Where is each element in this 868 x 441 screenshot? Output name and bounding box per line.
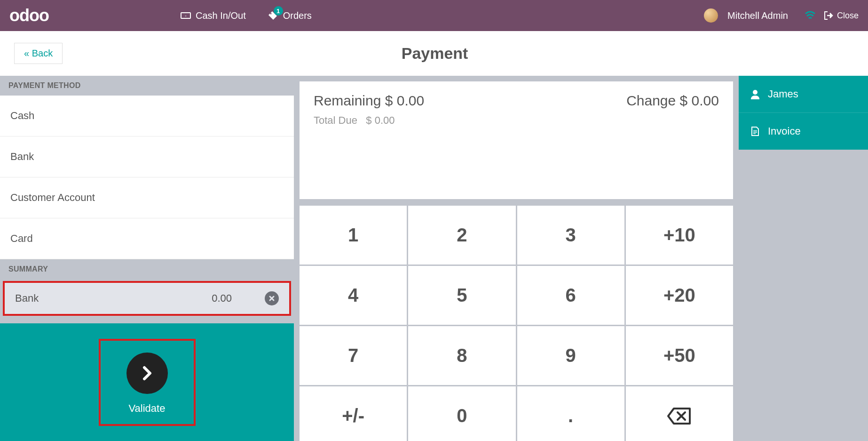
numpad-9[interactable]: 9 xyxy=(517,326,624,385)
numpad-5[interactable]: 5 xyxy=(408,266,515,325)
orders-badge: 1 xyxy=(274,6,283,16)
backspace-icon xyxy=(666,407,693,425)
numpad: 1 2 3 +10 4 5 6 +20 7 8 9 +50 +/- 0 . xyxy=(300,206,733,441)
total-due-value: $ 0.00 xyxy=(366,114,395,126)
summary-line[interactable]: Bank 0.00 xyxy=(3,281,291,316)
customer-button[interactable]: James xyxy=(739,76,868,112)
orders-label: Orders xyxy=(283,10,312,21)
numpad-8[interactable]: 8 xyxy=(408,326,515,385)
numpad-0[interactable]: 0 xyxy=(408,386,515,441)
validate-label: Validate xyxy=(129,402,166,415)
remaining-label: Remaining xyxy=(314,93,381,108)
svg-point-1 xyxy=(753,90,758,95)
validate-button[interactable]: Validate xyxy=(99,339,196,426)
tag-icon: 1 xyxy=(267,10,278,21)
numpad-6[interactable]: 6 xyxy=(517,266,624,325)
payment-info-card: Remaining $ 0.00 Change $ 0.00 Total Due… xyxy=(300,81,733,199)
center-panel: Remaining $ 0.00 Change $ 0.00 Total Due… xyxy=(294,76,739,441)
left-panel: PAYMENT METHOD Cash Bank Customer Accoun… xyxy=(0,76,294,441)
sign-out-icon xyxy=(823,10,833,21)
close-icon xyxy=(268,295,275,302)
payment-method-customer-account[interactable]: Customer Account xyxy=(0,177,294,218)
page-title: Payment xyxy=(16,44,854,63)
close-button[interactable]: Close xyxy=(823,10,859,21)
change-value: $ 0.00 xyxy=(680,93,719,108)
validate-area: Validate xyxy=(0,323,294,441)
payment-method-bank[interactable]: Bank xyxy=(0,136,294,177)
numpad-dot[interactable]: . xyxy=(517,386,624,441)
change-label: Change xyxy=(626,93,676,108)
numpad-1[interactable]: 1 xyxy=(300,206,407,265)
document-icon xyxy=(750,126,760,136)
cash-icon xyxy=(181,12,191,19)
payment-method-label: PAYMENT METHOD xyxy=(0,76,294,96)
payment-method-list: Cash Bank Customer Account Card xyxy=(0,96,294,259)
header: « Back Payment xyxy=(0,31,868,76)
summary-line-name: Bank xyxy=(15,292,212,305)
total-due-group: Total Due $ 0.00 xyxy=(314,114,719,127)
numpad-2[interactable]: 2 xyxy=(408,206,515,265)
summary-label: SUMMARY xyxy=(0,259,294,279)
numpad-plusminus[interactable]: +/- xyxy=(300,386,407,441)
numpad-plus50[interactable]: +50 xyxy=(626,326,733,385)
numpad-plus20[interactable]: +20 xyxy=(626,266,733,325)
logo: odoo xyxy=(9,6,49,25)
change-group: Change $ 0.00 xyxy=(626,93,719,109)
remaining-value: $ 0.00 xyxy=(385,93,424,108)
right-panel: James Invoice xyxy=(739,76,868,441)
user-icon xyxy=(750,89,760,99)
user-menu[interactable]: Mitchell Admin xyxy=(704,8,788,23)
invoice-label: Invoice xyxy=(768,125,801,137)
total-due-label: Total Due xyxy=(314,114,357,126)
wifi-icon xyxy=(805,11,816,20)
cash-label: Cash In/Out xyxy=(196,10,246,21)
close-label: Close xyxy=(837,11,859,21)
summary-line-amount: 0.00 xyxy=(212,292,232,305)
numpad-plus10[interactable]: +10 xyxy=(626,206,733,265)
payment-method-cash[interactable]: Cash xyxy=(0,96,294,136)
remaining-group: Remaining $ 0.00 xyxy=(314,93,424,109)
invoice-button[interactable]: Invoice xyxy=(739,112,868,150)
delete-line-button[interactable] xyxy=(265,291,279,305)
numpad-3[interactable]: 3 xyxy=(517,206,624,265)
validate-circle xyxy=(126,353,168,394)
topbar: odoo Cash In/Out 1 Orders Mitchell Admin xyxy=(0,0,868,31)
payment-method-card[interactable]: Card xyxy=(0,218,294,259)
chevron-right-icon xyxy=(140,366,155,381)
svg-point-0 xyxy=(270,13,271,15)
customer-name: James xyxy=(768,88,798,100)
numpad-4[interactable]: 4 xyxy=(300,266,407,325)
cash-in-out-button[interactable]: Cash In/Out xyxy=(181,10,246,21)
orders-button[interactable]: 1 Orders xyxy=(267,10,312,21)
numpad-7[interactable]: 7 xyxy=(300,326,407,385)
user-name: Mitchell Admin xyxy=(727,10,788,21)
main: PAYMENT METHOD Cash Bank Customer Accoun… xyxy=(0,76,868,441)
avatar xyxy=(704,8,718,23)
numpad-backspace[interactable] xyxy=(626,386,733,441)
